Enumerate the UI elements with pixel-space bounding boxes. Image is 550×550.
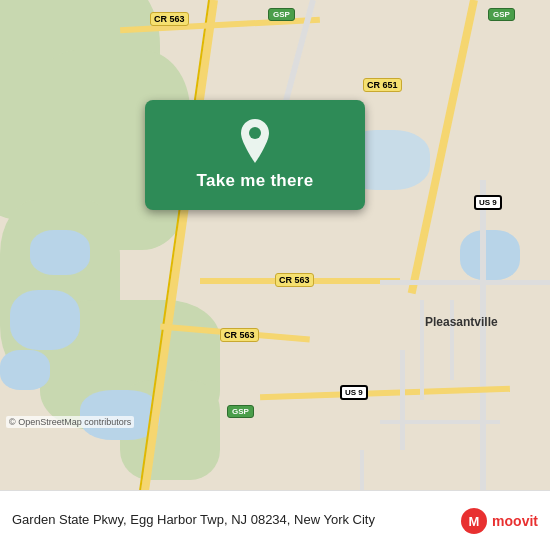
road-label-cr563-lower: CR 563 (220, 328, 259, 342)
local-road-1 (400, 350, 405, 450)
road-horizontal-right (380, 280, 550, 285)
road-label-cr563-mid: CR 563 (275, 273, 314, 287)
town-label-pleasantville: Pleasantville (425, 315, 498, 329)
info-bar: Garden State Pkwy, Egg Harbor Twp, NJ 08… (0, 490, 550, 550)
local-road-4 (420, 300, 424, 400)
location-pin-icon (237, 119, 273, 163)
water-area (10, 290, 80, 350)
moovit-logo: M moovit (460, 507, 538, 535)
address-text: Garden State Pkwy, Egg Harbor Twp, NJ 08… (12, 512, 452, 529)
road-us9 (480, 180, 486, 490)
water-area (0, 350, 50, 390)
shield-gsp-right: GSP (488, 8, 515, 21)
road-lower (260, 386, 510, 401)
local-road-2 (380, 420, 500, 424)
svg-point-0 (249, 127, 261, 139)
local-road-3 (360, 450, 364, 490)
take-me-there-label: Take me there (197, 171, 314, 191)
local-road-5 (450, 300, 454, 380)
shield-gsp-bottom: GSP (227, 405, 254, 418)
map-container: CR 563 CR 651 CR 563 CR 563 GSP GSP GSP … (0, 0, 550, 490)
shield-us9-bottom: US 9 (340, 385, 368, 400)
road-label-cr563-top: CR 563 (150, 12, 189, 26)
moovit-brand-icon: M (460, 507, 488, 535)
water-area (30, 230, 90, 275)
water-area (460, 230, 520, 280)
moovit-brand-name: moovit (492, 513, 538, 529)
shield-gsp-top: GSP (268, 8, 295, 21)
osm-attribution: © OpenStreetMap contributors (6, 416, 134, 428)
road-label-cr651: CR 651 (363, 78, 402, 92)
svg-text:M: M (469, 514, 480, 529)
shield-us9-top: US 9 (474, 195, 502, 210)
take-me-there-button[interactable]: Take me there (145, 100, 365, 210)
